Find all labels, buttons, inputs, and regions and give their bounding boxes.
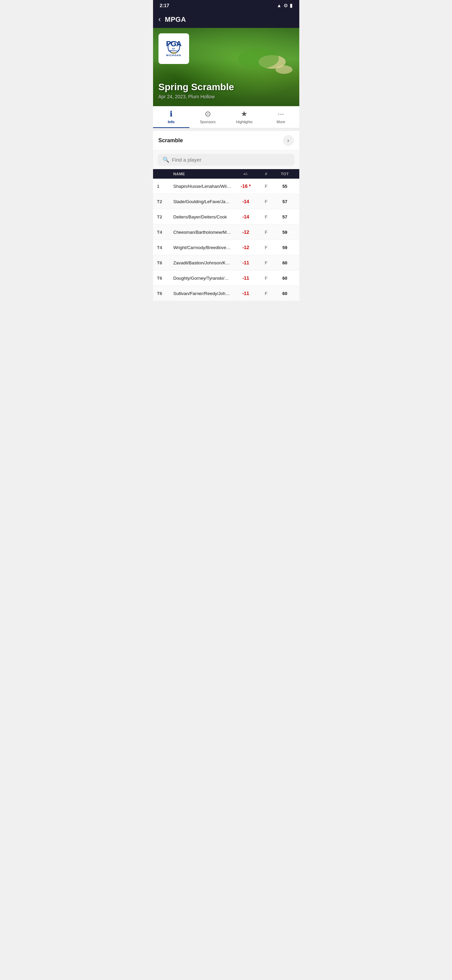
row-score: -12 bbox=[234, 245, 258, 250]
row-hole: F bbox=[258, 199, 275, 204]
leaderboard-type: Scramble bbox=[159, 137, 183, 143]
hero-section: PGA OF AMERICA 1916 MICHIGAN Spring Scra… bbox=[153, 28, 299, 106]
tab-sponsors[interactable]: ⊙ Sponsors bbox=[189, 106, 226, 128]
status-time: 2:17 bbox=[160, 3, 170, 8]
col-header-pos bbox=[157, 172, 173, 176]
star-icon: ★ bbox=[241, 110, 247, 118]
logo-michigan: MICHIGAN bbox=[166, 54, 181, 56]
logo-of-america: OF AMERICA bbox=[168, 48, 179, 52]
tab-highlights-label: Highlights bbox=[236, 120, 252, 124]
row-pos: T2 bbox=[157, 199, 173, 204]
table-row[interactable]: T6 Sullivan/Farner/Reedy/Johnson -11 F 6… bbox=[153, 286, 299, 301]
row-hole: F bbox=[258, 275, 275, 281]
row-hole: F bbox=[258, 215, 275, 220]
tab-highlights[interactable]: ★ Highlights bbox=[226, 106, 263, 128]
row-score: -14 bbox=[234, 199, 258, 204]
search-box: 🔍 bbox=[158, 154, 295, 166]
tab-sponsors-label: Sponsors bbox=[200, 120, 216, 124]
ellipsis-icon: ··· bbox=[278, 110, 284, 118]
row-pos: T4 bbox=[157, 230, 173, 235]
info-icon: ℹ bbox=[170, 110, 173, 118]
col-header-hole: # bbox=[258, 172, 275, 176]
header-title: MPGA bbox=[165, 16, 186, 24]
tab-info-label: Info bbox=[168, 120, 174, 124]
status-icons: ▲ ⊙ ▮ bbox=[277, 3, 292, 8]
signal-icon: ▲ bbox=[277, 3, 282, 8]
leaderboard-rows: 1 Shapin/Husse/Lenahan/Wilkes-Krie... -1… bbox=[153, 179, 299, 301]
event-name: Spring Scramble bbox=[159, 82, 294, 92]
row-hole: F bbox=[258, 291, 275, 296]
row-name: Wright/Carmody/Breedlove/Brady bbox=[173, 245, 234, 250]
table-row[interactable]: T6 Doughty/Gorney/Tyranski/Bauer -11 F 6… bbox=[153, 270, 299, 286]
row-total: 60 bbox=[275, 275, 295, 281]
bunker-decoration-2 bbox=[276, 65, 292, 74]
col-header-name: NAME bbox=[173, 172, 234, 176]
row-name: Cheesman/Bartholomew/Martenson... bbox=[173, 230, 234, 235]
tab-more-label: More bbox=[276, 120, 285, 124]
event-logo: PGA OF AMERICA 1916 MICHIGAN bbox=[159, 33, 189, 64]
table-row[interactable]: 1 Shapin/Husse/Lenahan/Wilkes-Krie... -1… bbox=[153, 179, 299, 194]
table-header: NAME +/- # TOT bbox=[153, 169, 299, 179]
row-pos: T2 bbox=[157, 215, 173, 220]
table-row[interactable]: T6 Zavadil/Bastion/Johnson/Krieger -11 F… bbox=[153, 255, 299, 270]
row-score: -11 bbox=[234, 260, 258, 266]
search-container: 🔍 bbox=[153, 150, 299, 169]
search-input[interactable] bbox=[172, 157, 290, 163]
table-row[interactable]: T4 Wright/Carmody/Breedlove/Brady -12 F … bbox=[153, 240, 299, 255]
table-row[interactable]: T4 Cheesman/Bartholomew/Martenson... -12… bbox=[153, 224, 299, 240]
table-row[interactable]: T2 Deiters/Bayer/Deiters/Cook -14 F 57 bbox=[153, 209, 299, 224]
row-score: -14 bbox=[234, 214, 258, 220]
leaderboard-header: Scramble › bbox=[153, 131, 299, 150]
row-name: Zavadil/Bastion/Johnson/Krieger bbox=[173, 260, 234, 266]
leaderboard-next-button[interactable]: › bbox=[283, 135, 294, 146]
row-name: Deiters/Bayer/Deiters/Cook bbox=[173, 215, 234, 220]
app-header: ‹ MPGA bbox=[153, 11, 299, 28]
col-header-score: +/- bbox=[234, 172, 258, 176]
row-pos: 1 bbox=[157, 184, 173, 189]
row-score: -11 bbox=[234, 291, 258, 296]
leaderboard-section: Scramble › 🔍 NAME +/- # TOT 1 Shapin/Hus… bbox=[153, 131, 299, 301]
row-total: 60 bbox=[275, 291, 295, 296]
row-hole: F bbox=[258, 230, 275, 235]
nav-tabs: ℹ Info ⊙ Sponsors ★ Highlights ··· More bbox=[153, 106, 299, 128]
search-icon: 🔍 bbox=[163, 156, 170, 163]
row-total: 55 bbox=[275, 184, 295, 189]
event-date: Apr 24, 2023, Plum Hollow bbox=[159, 94, 294, 99]
row-total: 59 bbox=[275, 245, 295, 250]
logo-circle: PGA OF AMERICA 1916 bbox=[168, 41, 180, 53]
battery-icon: ▮ bbox=[290, 3, 292, 8]
row-hole: F bbox=[258, 184, 275, 189]
wifi-icon: ⊙ bbox=[284, 3, 288, 8]
camera-icon: ⊙ bbox=[205, 110, 211, 118]
row-total: 57 bbox=[275, 199, 295, 204]
row-name: Doughty/Gorney/Tyranski/Bauer bbox=[173, 275, 234, 281]
row-score: -16 * bbox=[234, 183, 258, 189]
logo-inner: PGA OF AMERICA 1916 MICHIGAN bbox=[161, 36, 186, 61]
hero-text: Spring Scramble Apr 24, 2023, Plum Hollo… bbox=[159, 82, 294, 99]
row-hole: F bbox=[258, 245, 275, 250]
row-name: Sullivan/Farner/Reedy/Johnson bbox=[173, 291, 234, 296]
tab-more[interactable]: ··· More bbox=[263, 106, 299, 128]
row-pos: T6 bbox=[157, 291, 173, 296]
col-header-total: TOT bbox=[275, 172, 295, 176]
logo-pga: PGA bbox=[166, 40, 181, 48]
row-pos: T6 bbox=[157, 275, 173, 281]
row-pos: T4 bbox=[157, 245, 173, 250]
row-score: -12 bbox=[234, 229, 258, 235]
row-name: Shapin/Husse/Lenahan/Wilkes-Krie... bbox=[173, 184, 234, 189]
row-total: 59 bbox=[275, 230, 295, 235]
status-bar: 2:17 ▲ ⊙ ▮ bbox=[153, 0, 299, 11]
row-hole: F bbox=[258, 260, 275, 266]
row-score: -11 bbox=[234, 275, 258, 281]
back-button[interactable]: ‹ bbox=[159, 15, 161, 24]
tab-info[interactable]: ℹ Info bbox=[153, 106, 190, 128]
row-name: Slade/Goulding/LeFave/James bbox=[173, 199, 234, 204]
green-decoration bbox=[238, 48, 279, 69]
row-total: 60 bbox=[275, 260, 295, 266]
table-row[interactable]: T2 Slade/Goulding/LeFave/James -14 F 57 bbox=[153, 194, 299, 209]
row-total: 57 bbox=[275, 215, 295, 220]
row-pos: T6 bbox=[157, 260, 173, 266]
